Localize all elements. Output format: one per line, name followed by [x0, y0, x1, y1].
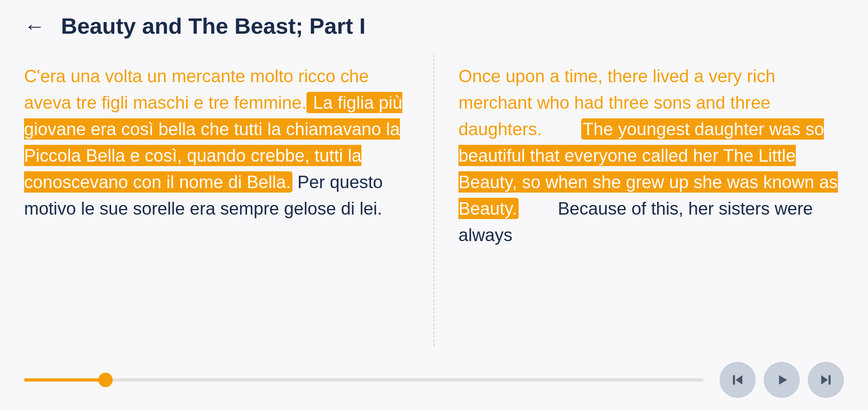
svg-marker-3 — [821, 375, 828, 384]
panel-divider — [434, 55, 434, 346]
progress-fill — [24, 378, 105, 382]
svg-rect-1 — [733, 375, 735, 384]
italian-text-panel: C'era una volta un mercante molto ricco … — [24, 55, 410, 346]
main-content: C'era una volta un mercante molto ricco … — [0, 47, 868, 354]
svg-marker-2 — [779, 375, 787, 384]
page-title: Beauty and The Beast; Part I — [61, 13, 365, 39]
svg-marker-0 — [736, 375, 742, 384]
play-button[interactable] — [764, 362, 800, 398]
play-icon — [774, 372, 790, 388]
progress-thumb[interactable] — [98, 373, 113, 387]
previous-button[interactable] — [720, 362, 756, 398]
svg-rect-4 — [829, 375, 831, 384]
back-button[interactable]: ← — [24, 16, 45, 37]
playback-controls — [720, 362, 844, 398]
next-button[interactable] — [808, 362, 844, 398]
english-text-panel: Once upon a time, there lived a very ric… — [458, 55, 844, 346]
header: ← Beauty and The Beast; Part I — [0, 0, 868, 47]
progress-bar[interactable] — [24, 378, 704, 382]
next-icon — [818, 372, 834, 388]
footer — [0, 354, 868, 410]
prev-icon — [730, 372, 746, 388]
